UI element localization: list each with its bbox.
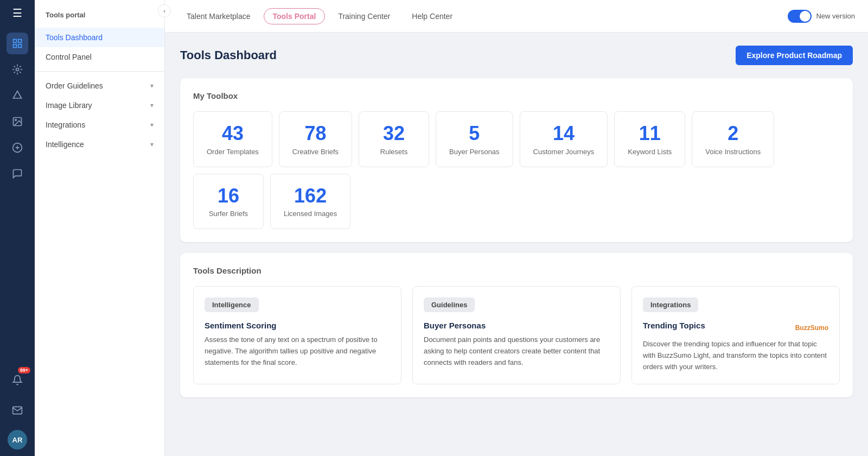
tool-number-keyword-lists: 11 [639,123,661,144]
desc-heading-trending-topics: Trending Topics [643,321,705,330]
new-version-toggle-wrap: New version [788,10,855,23]
sidebar-item-intelligence[interactable]: Intelligence ▾ [35,135,164,154]
tab-tools-portal[interactable]: Tools Portal [264,8,326,24]
chevron-down-icon: ▾ [150,141,154,148]
buzzsumo-badge: BuzzSumo [795,324,828,332]
menu-icon[interactable]: ☰ [12,7,22,20]
chevron-down-icon: ▾ [150,121,154,129]
guidelines-icon[interactable] [7,85,28,106]
sidebar-item-image-library[interactable]: Image Library ▾ [35,96,164,115]
sidebar-label-intelligence: Intelligence [46,140,84,149]
chevron-down-icon: ▾ [150,102,154,109]
sidebar-label-image-library: Image Library [46,101,92,110]
bottom-icons: 99+ AR [7,369,28,449]
sidebar-item-integrations[interactable]: Integrations ▾ [35,115,164,135]
tool-label-customer-journeys: Customer Journeys [533,148,595,156]
tool-card-licensed-images[interactable]: 162 Licensed Images [270,174,350,230]
main-content: Talent Marketplace Tools Portal Training… [165,0,868,456]
tab-help-center[interactable]: Help Center [403,9,461,24]
tab-training-center[interactable]: Training Center [329,9,399,24]
tool-card-rulesets[interactable]: 32 Rulesets [359,111,429,167]
icon-bar: ☰ 99+ AR [0,0,35,456]
desc-card-guidelines: Guidelines Buyer Personas Document pain … [412,286,621,384]
tool-number-order-templates: 43 [222,123,244,144]
toolbox-section: My Toolbox 43 Order Templates 78 Creativ… [180,78,853,242]
notification-wrap[interactable]: 99+ [7,369,28,395]
desc-heading-sentiment-scoring: Sentiment Scoring [205,321,390,330]
svg-rect-1 [18,40,22,43]
sidebar-label-control-panel: Control Panel [46,53,92,61]
page-title: Tools Dashboard [180,48,277,62]
sidebar-label-order-guidelines: Order Guidelines [46,81,103,90]
sidebar-item-order-guidelines[interactable]: Order Guidelines ▾ [35,76,164,96]
svg-point-4 [16,68,19,71]
image-library-icon[interactable] [7,111,28,132]
tools-description-section: Tools Description Intelligence Sentiment… [180,253,853,397]
svg-rect-2 [14,45,17,48]
tool-label-buyer-personas: Buyer Personas [449,148,500,156]
toolbox-section-title: My Toolbox [193,91,840,100]
sidebar: ‹ Tools portal Tools Dashboard Control P… [35,0,165,456]
svg-marker-5 [14,91,22,98]
svg-rect-0 [14,40,17,43]
tool-card-keyword-lists[interactable]: 11 Keyword Lists [614,111,685,167]
tool-label-licensed-images: Licensed Images [284,210,337,218]
nav-right: New version [788,10,855,23]
tool-card-customer-journeys[interactable]: 14 Customer Journeys [520,111,608,167]
sidebar-section-title: Tools portal [35,11,164,28]
tools-dashboard-icon[interactable] [7,33,28,54]
svg-point-7 [15,119,16,121]
desc-card-intelligence: Intelligence Sentiment Scoring Assess th… [193,286,401,384]
tool-number-customer-journeys: 14 [553,123,575,144]
tools-description-title: Tools Description [193,266,840,275]
intelligence-icon[interactable] [7,163,28,185]
tool-number-voice-instructions: 2 [727,123,738,144]
tool-card-voice-instructions[interactable]: 2 Voice Instructions [692,111,774,167]
desc-card-integrations: Integrations Trending Topics BuzzSumo Di… [631,286,840,384]
sidebar-item-tools-dashboard[interactable]: Tools Dashboard [35,28,164,47]
page-content: Tools Dashboard Explore Product Roadmap … [165,33,868,456]
new-version-label: New version [816,12,855,20]
tool-number-creative-briefs: 78 [304,123,326,144]
mail-icon[interactable] [7,400,28,421]
sidebar-item-control-panel[interactable]: Control Panel [35,47,164,67]
tool-number-licensed-images: 162 [294,185,327,207]
desc-text-sentiment-scoring: Assess the tone of any text on a spectru… [205,334,390,368]
sidebar-separator [35,71,164,72]
desc-text-trending-topics: Discover the trending topics and influen… [643,339,828,372]
control-panel-icon[interactable] [7,59,28,80]
desc-tag-integrations: Integrations [643,297,698,312]
chevron-down-icon: ▾ [150,82,154,90]
sidebar-collapse-button[interactable]: ‹ [158,4,171,17]
tool-label-keyword-lists: Keyword Lists [628,148,672,156]
page-header: Tools Dashboard Explore Product Roadmap [180,46,853,65]
toolbox-grid: 43 Order Templates 78 Creative Briefs 32… [193,111,840,229]
nav-tabs: Talent Marketplace Tools Portal Training… [178,8,788,24]
svg-rect-3 [18,45,22,48]
tool-label-voice-instructions: Voice Instructions [705,148,761,156]
tool-label-surfer-briefs: Surfer Briefs [209,210,248,218]
description-grid: Intelligence Sentiment Scoring Assess th… [193,286,840,384]
tool-label-rulesets: Rulesets [380,148,408,156]
tool-number-buyer-personas: 5 [469,123,480,144]
tool-number-rulesets: 32 [383,123,405,144]
new-version-toggle[interactable] [788,10,812,23]
sidebar-label-tools-dashboard: Tools Dashboard [46,33,103,42]
explore-roadmap-button[interactable]: Explore Product Roadmap [736,46,853,65]
top-navigation: Talent Marketplace Tools Portal Training… [165,0,868,33]
tab-talent-marketplace[interactable]: Talent Marketplace [178,9,259,24]
desc-tag-intelligence: Intelligence [205,297,259,312]
add-icon[interactable] [7,137,28,159]
user-avatar[interactable]: AR [8,430,27,449]
desc-tag-guidelines: Guidelines [424,297,475,312]
tool-card-order-templates[interactable]: 43 Order Templates [193,111,272,167]
tool-card-surfer-briefs[interactable]: 16 Surfer Briefs [193,174,264,230]
tool-label-order-templates: Order Templates [207,148,259,156]
tool-card-creative-briefs[interactable]: 78 Creative Briefs [279,111,352,167]
sidebar-label-integrations: Integrations [46,121,85,129]
tool-label-creative-briefs: Creative Briefs [292,148,339,156]
desc-heading-buyer-personas: Buyer Personas [424,321,609,330]
tool-number-surfer-briefs: 16 [218,185,239,207]
tool-card-buyer-personas[interactable]: 5 Buyer Personas [436,111,513,167]
desc-heading-row: Trending Topics BuzzSumo [643,321,828,334]
